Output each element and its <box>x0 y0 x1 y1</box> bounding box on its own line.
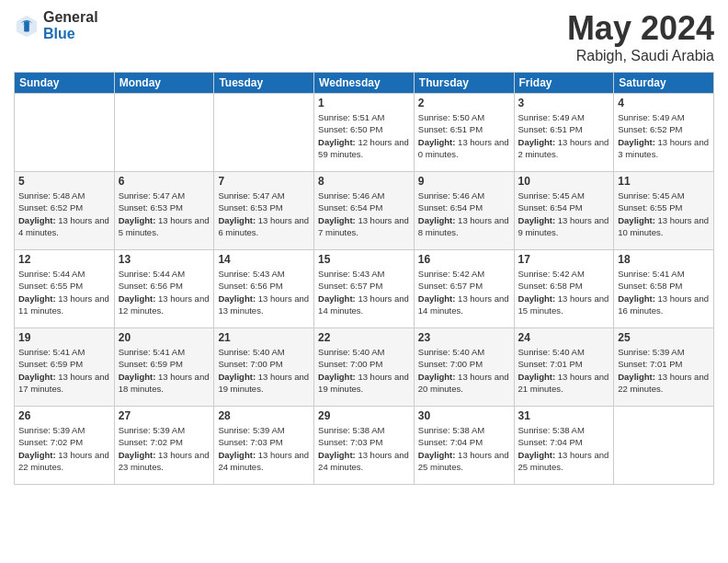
day-info: Sunrise: 5:43 AMSunset: 6:56 PMDaylight:… <box>218 268 310 316</box>
day-info: Sunrise: 5:38 AMSunset: 7:04 PMDaylight:… <box>418 424 510 473</box>
day-number: 23 <box>418 331 510 344</box>
day-info: Sunrise: 5:49 AMSunset: 6:52 PMDaylight:… <box>618 111 710 160</box>
day-cell: 26Sunrise: 5:39 AMSunset: 7:02 PMDayligh… <box>15 407 115 485</box>
day-cell <box>114 94 214 172</box>
day-cell: 1Sunrise: 5:51 AMSunset: 6:50 PMDaylight… <box>314 94 415 172</box>
day-number: 21 <box>218 331 310 344</box>
day-cell <box>614 407 714 485</box>
day-info: Sunrise: 5:40 AMSunset: 7:00 PMDaylight:… <box>318 346 410 395</box>
day-number: 10 <box>518 175 610 188</box>
day-info: Sunrise: 5:40 AMSunset: 7:00 PMDaylight:… <box>418 346 510 395</box>
day-cell: 16Sunrise: 5:42 AMSunset: 6:57 PMDayligh… <box>414 250 514 328</box>
day-number: 17 <box>518 253 610 266</box>
day-cell: 14Sunrise: 5:43 AMSunset: 6:56 PMDayligh… <box>214 250 314 328</box>
day-cell: 28Sunrise: 5:39 AMSunset: 7:03 PMDayligh… <box>214 407 314 485</box>
day-cell: 2Sunrise: 5:50 AMSunset: 6:51 PMDaylight… <box>414 94 514 172</box>
day-number: 16 <box>418 253 510 266</box>
location: Rabigh, Saudi Arabia <box>567 48 714 64</box>
day-number: 25 <box>618 331 710 344</box>
col-tuesday: Tuesday <box>214 73 314 94</box>
day-cell: 12Sunrise: 5:44 AMSunset: 6:55 PMDayligh… <box>15 250 115 328</box>
day-info: Sunrise: 5:46 AMSunset: 6:54 PMDaylight:… <box>318 190 410 238</box>
day-cell: 25Sunrise: 5:39 AMSunset: 7:01 PMDayligh… <box>614 328 714 407</box>
col-friday: Friday <box>514 73 614 94</box>
logo-general-text: General <box>43 9 98 26</box>
calendar-table: Sunday Monday Tuesday Wednesday Thursday… <box>14 72 714 485</box>
col-wednesday: Wednesday <box>314 73 415 94</box>
day-number: 8 <box>318 175 410 188</box>
day-number: 30 <box>418 409 510 422</box>
day-info: Sunrise: 5:44 AMSunset: 6:55 PMDaylight:… <box>18 268 110 316</box>
header: General Blue May 2024 Rabigh, Saudi Arab… <box>14 9 714 64</box>
day-cell: 18Sunrise: 5:41 AMSunset: 6:58 PMDayligh… <box>614 250 714 328</box>
day-cell: 23Sunrise: 5:40 AMSunset: 7:00 PMDayligh… <box>414 328 514 407</box>
day-cell: 15Sunrise: 5:43 AMSunset: 6:57 PMDayligh… <box>314 250 415 328</box>
svg-rect-1 <box>24 21 29 31</box>
day-number: 9 <box>418 175 510 188</box>
title-block: May 2024 Rabigh, Saudi Arabia <box>567 9 714 64</box>
day-number: 11 <box>618 175 710 188</box>
day-cell: 10Sunrise: 5:45 AMSunset: 6:54 PMDayligh… <box>514 172 614 250</box>
logo-text: General Blue <box>43 9 98 41</box>
header-row: Sunday Monday Tuesday Wednesday Thursday… <box>15 73 714 94</box>
day-number: 26 <box>18 409 110 422</box>
day-info: Sunrise: 5:40 AMSunset: 7:00 PMDaylight:… <box>218 346 310 395</box>
day-cell: 4Sunrise: 5:49 AMSunset: 6:52 PMDaylight… <box>614 94 714 172</box>
day-number: 31 <box>518 409 610 422</box>
day-info: Sunrise: 5:48 AMSunset: 6:52 PMDaylight:… <box>18 190 110 238</box>
day-cell: 22Sunrise: 5:40 AMSunset: 7:00 PMDayligh… <box>314 328 415 407</box>
day-number: 20 <box>119 331 210 344</box>
col-thursday: Thursday <box>414 73 514 94</box>
day-number: 13 <box>119 253 210 266</box>
day-info: Sunrise: 5:39 AMSunset: 7:01 PMDaylight:… <box>618 346 710 395</box>
col-saturday: Saturday <box>614 73 714 94</box>
day-cell: 21Sunrise: 5:40 AMSunset: 7:00 PMDayligh… <box>214 328 314 407</box>
day-cell: 8Sunrise: 5:46 AMSunset: 6:54 PMDaylight… <box>314 172 415 250</box>
day-cell: 29Sunrise: 5:38 AMSunset: 7:03 PMDayligh… <box>314 407 415 485</box>
col-monday: Monday <box>114 73 214 94</box>
day-info: Sunrise: 5:42 AMSunset: 6:58 PMDaylight:… <box>518 268 610 316</box>
day-info: Sunrise: 5:47 AMSunset: 6:53 PMDaylight:… <box>119 190 210 238</box>
day-number: 18 <box>618 253 710 266</box>
day-cell: 27Sunrise: 5:39 AMSunset: 7:02 PMDayligh… <box>114 407 214 485</box>
day-cell: 24Sunrise: 5:40 AMSunset: 7:01 PMDayligh… <box>514 328 614 407</box>
day-info: Sunrise: 5:43 AMSunset: 6:57 PMDaylight:… <box>318 268 410 316</box>
day-info: Sunrise: 5:38 AMSunset: 7:03 PMDaylight:… <box>318 424 410 473</box>
day-info: Sunrise: 5:44 AMSunset: 6:56 PMDaylight:… <box>119 268 210 316</box>
day-info: Sunrise: 5:47 AMSunset: 6:53 PMDaylight:… <box>218 190 310 238</box>
day-number: 29 <box>318 409 410 422</box>
day-number: 2 <box>418 97 510 109</box>
day-info: Sunrise: 5:39 AMSunset: 7:03 PMDaylight:… <box>218 424 310 473</box>
day-number: 28 <box>218 409 310 422</box>
col-sunday: Sunday <box>15 73 115 94</box>
logo-blue-text: Blue <box>43 26 98 42</box>
day-cell: 9Sunrise: 5:46 AMSunset: 6:54 PMDaylight… <box>414 172 514 250</box>
day-cell: 6Sunrise: 5:47 AMSunset: 6:53 PMDaylight… <box>114 172 214 250</box>
day-number: 7 <box>218 175 310 188</box>
day-info: Sunrise: 5:45 AMSunset: 6:55 PMDaylight:… <box>618 190 710 238</box>
day-info: Sunrise: 5:42 AMSunset: 6:57 PMDaylight:… <box>418 268 510 316</box>
day-info: Sunrise: 5:39 AMSunset: 7:02 PMDaylight:… <box>119 424 210 473</box>
day-number: 6 <box>119 175 210 188</box>
day-info: Sunrise: 5:45 AMSunset: 6:54 PMDaylight:… <box>518 190 610 238</box>
day-number: 24 <box>518 331 610 344</box>
day-cell: 7Sunrise: 5:47 AMSunset: 6:53 PMDaylight… <box>214 172 314 250</box>
day-cell: 20Sunrise: 5:41 AMSunset: 6:59 PMDayligh… <box>114 328 214 407</box>
day-cell: 30Sunrise: 5:38 AMSunset: 7:04 PMDayligh… <box>414 407 514 485</box>
day-info: Sunrise: 5:41 AMSunset: 6:59 PMDaylight:… <box>119 346 210 395</box>
day-info: Sunrise: 5:39 AMSunset: 7:02 PMDaylight:… <box>18 424 110 473</box>
week-row-4: 19Sunrise: 5:41 AMSunset: 6:59 PMDayligh… <box>15 328 714 407</box>
day-number: 4 <box>618 97 710 109</box>
page: General Blue May 2024 Rabigh, Saudi Arab… <box>0 0 728 563</box>
day-cell <box>15 94 115 172</box>
day-info: Sunrise: 5:41 AMSunset: 6:58 PMDaylight:… <box>618 268 710 316</box>
day-number: 3 <box>518 97 610 109</box>
day-number: 19 <box>18 331 110 344</box>
logo: General Blue <box>14 9 98 41</box>
day-cell <box>214 94 314 172</box>
day-info: Sunrise: 5:46 AMSunset: 6:54 PMDaylight:… <box>418 190 510 238</box>
day-number: 5 <box>18 175 110 188</box>
day-number: 27 <box>119 409 210 422</box>
day-info: Sunrise: 5:49 AMSunset: 6:51 PMDaylight:… <box>518 111 610 160</box>
day-info: Sunrise: 5:50 AMSunset: 6:51 PMDaylight:… <box>418 111 510 160</box>
